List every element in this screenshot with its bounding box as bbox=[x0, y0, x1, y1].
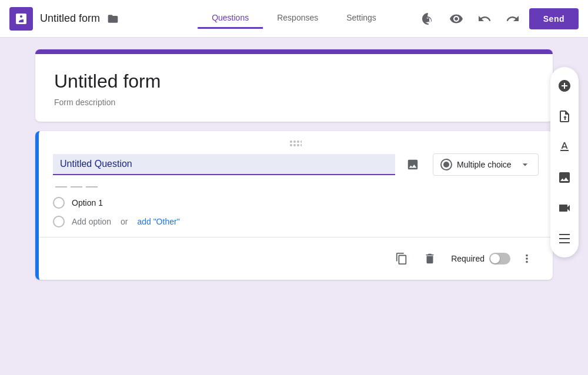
svg-point-6 bbox=[297, 144, 299, 146]
palette-button[interactable] bbox=[416, 7, 440, 31]
form-title-input[interactable] bbox=[54, 71, 534, 92]
option-radio-1 bbox=[53, 197, 65, 209]
more-options-button[interactable] bbox=[515, 247, 539, 270]
add-option-text[interactable]: Add option bbox=[72, 217, 111, 226]
redo-button[interactable] bbox=[501, 7, 524, 31]
svg-point-5 bbox=[293, 144, 296, 146]
add-image-to-question-button[interactable] bbox=[402, 154, 423, 175]
delete-button[interactable] bbox=[418, 247, 442, 270]
svg-point-3 bbox=[300, 140, 302, 143]
main-tabs: Questions Responses Settings bbox=[198, 8, 390, 29]
question-input-wrapper bbox=[53, 154, 423, 175]
header-right: Send bbox=[416, 7, 579, 31]
card-footer: Required bbox=[53, 247, 539, 270]
add-image-sidebar-button[interactable] bbox=[550, 163, 579, 192]
question-text-input[interactable] bbox=[53, 154, 395, 175]
folder-icon[interactable] bbox=[107, 13, 119, 25]
tab-responses[interactable]: Responses bbox=[263, 8, 332, 29]
option-label-1: Option 1 bbox=[72, 198, 103, 207]
answer-hint-line bbox=[55, 183, 98, 188]
drag-handle bbox=[53, 140, 539, 146]
chevron-down-icon bbox=[519, 159, 531, 170]
add-question-sidebar-button[interactable] bbox=[550, 72, 579, 100]
undo-button[interactable] bbox=[473, 7, 496, 31]
question-type-label: Multiple choice bbox=[457, 160, 512, 169]
right-sidebar bbox=[550, 67, 579, 257]
option-row-1: Option 1 bbox=[53, 197, 539, 209]
svg-point-4 bbox=[290, 144, 292, 146]
form-title-card bbox=[35, 49, 553, 122]
add-option-row: Add option or add "Other" bbox=[53, 216, 539, 227]
tab-settings[interactable]: Settings bbox=[332, 8, 390, 29]
card-divider bbox=[39, 237, 553, 237]
tab-questions[interactable]: Questions bbox=[198, 8, 263, 29]
svg-point-2 bbox=[297, 140, 299, 143]
radio-icon-inner bbox=[443, 162, 449, 168]
question-top-row: Multiple choice bbox=[53, 153, 539, 176]
add-title-sidebar-button[interactable] bbox=[550, 133, 579, 161]
svg-point-0 bbox=[290, 140, 292, 143]
required-label: Required bbox=[451, 254, 485, 263]
radio-icon bbox=[440, 159, 452, 170]
required-toggle[interactable] bbox=[489, 253, 510, 264]
form-description-input[interactable] bbox=[54, 98, 534, 107]
toggle-knob bbox=[490, 254, 500, 263]
svg-point-7 bbox=[300, 144, 302, 146]
send-button[interactable]: Send bbox=[529, 8, 579, 29]
svg-point-1 bbox=[293, 140, 296, 143]
preview-button[interactable] bbox=[445, 7, 468, 31]
duplicate-button[interactable] bbox=[390, 247, 413, 270]
add-video-sidebar-button[interactable] bbox=[550, 194, 579, 222]
or-text: or bbox=[121, 217, 128, 226]
add-option-radio bbox=[53, 216, 65, 227]
app-logo bbox=[9, 7, 33, 31]
main-content: Multiple choice Option 1 Add option or bbox=[0, 38, 588, 375]
form-title: Untitled form bbox=[40, 12, 100, 25]
import-question-sidebar-button[interactable] bbox=[550, 102, 579, 130]
question-card: Multiple choice Option 1 Add option or bbox=[35, 131, 553, 280]
question-type-dropdown[interactable]: Multiple choice bbox=[433, 153, 539, 176]
answer-hint-row bbox=[53, 183, 539, 188]
add-section-sidebar-button[interactable] bbox=[550, 225, 579, 253]
app-header: Untitled form Questions Responses Settin… bbox=[0, 0, 588, 38]
add-other-link[interactable]: add "Other" bbox=[137, 217, 179, 226]
